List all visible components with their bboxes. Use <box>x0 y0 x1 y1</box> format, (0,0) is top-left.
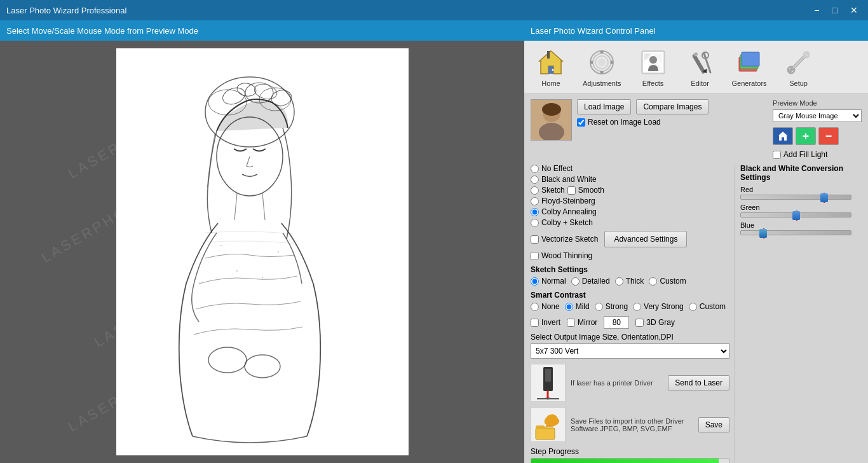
svg-rect-54 <box>545 369 551 382</box>
load-image-button[interactable]: Load Image <box>577 99 631 114</box>
progress-bar-fill <box>531 459 719 463</box>
contrast-none-radio[interactable] <box>531 303 539 311</box>
vectorize-label: Vectorize Sketch <box>541 235 598 244</box>
preview-area: LASERPHOTOSWIZARD.COM LASERPHOTOSWIZARD.… <box>0 41 524 463</box>
contrast-very-strong-radio[interactable] <box>633 303 641 311</box>
sketch-thick: Thick <box>615 277 644 286</box>
smooth-checkbox[interactable] <box>567 186 576 195</box>
bw-radio[interactable] <box>531 176 539 184</box>
avatar <box>531 99 572 141</box>
toolbar-home[interactable]: Home <box>531 45 571 90</box>
left-controls: No Effect Black and White Sketch Smooth <box>531 164 735 463</box>
toolbar-effects[interactable]: Effects <box>633 45 674 90</box>
output-section: Select Output Image Size, Orientation,DP… <box>531 333 729 359</box>
output-dropdown[interactable]: 5x7 300 Vert 4x6 300 Horiz 8x10 300 Vert… <box>531 343 729 359</box>
svg-marker-52 <box>778 132 787 141</box>
remove-button[interactable]: − <box>818 127 839 145</box>
contrast-custom-radio[interactable] <box>689 303 697 311</box>
left-panel-header: Select Move/Scale Mouse Mode from Previe… <box>0 20 524 41</box>
colby-sketch-radio[interactable] <box>531 219 539 227</box>
home-small-button[interactable] <box>773 127 793 145</box>
svg-rect-57 <box>536 428 555 439</box>
reset-on-load-checkbox[interactable] <box>577 118 585 127</box>
svg-rect-43 <box>742 52 759 66</box>
red-slider-thumb[interactable] <box>820 193 828 202</box>
compare-images-button[interactable]: Compare Images <box>636 99 709 114</box>
minimize-button[interactable]: − <box>810 4 823 17</box>
sketch-detailed-radio[interactable] <box>571 277 580 286</box>
effects-section: No Effect Black and White Sketch Smooth <box>531 164 729 227</box>
blue-slider-group: Blue <box>740 221 862 235</box>
sketch-thick-radio[interactable] <box>615 277 623 286</box>
invert-checkbox[interactable] <box>531 319 539 327</box>
sketch-normal-radio[interactable] <box>531 277 539 286</box>
effect-bw: Black and White <box>531 175 604 184</box>
blue-slider-track[interactable] <box>740 230 851 235</box>
save-desc: Save Files to import into other Driver S… <box>571 417 693 432</box>
save-section: Save Files to import into other Driver S… <box>531 407 729 442</box>
output-label: Select Output Image Size, Orientation,DP… <box>531 333 729 342</box>
wood-thinning-checkbox[interactable] <box>531 252 539 260</box>
svg-point-13 <box>278 251 279 252</box>
3d-gray-checkbox[interactable] <box>635 319 644 327</box>
save-icon <box>531 407 566 442</box>
sketch-custom-radio[interactable] <box>649 277 657 286</box>
green-slider-thumb[interactable] <box>792 211 800 220</box>
sketch-settings-title: Sketch Settings <box>531 265 729 274</box>
blue-label: Blue <box>740 221 862 229</box>
generators-label: Generators <box>732 79 767 87</box>
floyd-radio[interactable] <box>531 197 539 205</box>
sketch-detailed: Detailed <box>571 277 610 286</box>
toolbar-adjustments[interactable]: Adjustments <box>578 45 627 90</box>
load-compare-row: Load Image Compare Images <box>577 99 768 114</box>
reset-checkbox-row: Reset on Image Load <box>577 118 768 127</box>
close-button[interactable]: ✕ <box>846 4 862 17</box>
vectorize-checkbox[interactable] <box>531 235 539 244</box>
preview-mode-section: Preview Mode Gray Mouse Image Color Imag… <box>773 99 862 159</box>
gray-value-input[interactable]: 80 <box>604 316 629 329</box>
sketch-radio[interactable] <box>531 186 539 195</box>
editor-icon <box>685 47 715 78</box>
preview-image <box>116 48 409 455</box>
maximize-button[interactable]: □ <box>829 4 841 17</box>
svg-point-23 <box>598 59 606 66</box>
contrast-none-label: None <box>541 302 560 311</box>
contrast-strong: Strong <box>595 302 628 311</box>
control-panel-header: Laser Photo Wizard Control Panel <box>524 20 868 41</box>
toolbar-setup[interactable]: Setup <box>778 45 819 90</box>
send-to-laser-button[interactable]: Send to Laser <box>668 375 729 390</box>
green-slider-track[interactable] <box>740 212 851 218</box>
mirror-label: Mirror <box>578 318 597 327</box>
effect-sketch: Sketch Smooth <box>531 186 604 195</box>
colby-annealing-radio[interactable] <box>531 208 539 216</box>
vectorize-row: Vectorize Sketch <box>531 235 598 244</box>
save-button[interactable]: Save <box>698 417 729 432</box>
toolbar-editor[interactable]: Editor <box>680 45 721 90</box>
adjustments-icon <box>587 47 617 78</box>
no-effect-radio[interactable] <box>531 165 539 173</box>
preview-mode-dropdown[interactable]: Gray Mouse Image Color Image Black and W… <box>773 109 862 122</box>
contrast-custom: Custom <box>689 302 726 311</box>
contrast-strong-radio[interactable] <box>595 303 603 311</box>
sketch-normal-label: Normal <box>541 277 566 286</box>
progress-section: Step Progress <box>531 447 729 463</box>
wood-thinning-label: Wood Thinning <box>541 251 592 260</box>
add-button[interactable]: + <box>796 127 816 145</box>
contrast-none: None <box>531 302 560 311</box>
main-layout: Select Move/Scale Mouse Mode from Previe… <box>0 20 868 463</box>
contrast-mild-radio[interactable] <box>565 303 573 311</box>
red-slider-track[interactable] <box>740 195 851 200</box>
mirror-checkbox[interactable] <box>567 319 575 327</box>
bw-title: Black and White Conversion Settings <box>740 164 862 182</box>
toolbar-generators[interactable]: Generators <box>727 45 772 90</box>
toolbar: Home <box>524 41 868 94</box>
advanced-settings-button[interactable]: Advanced Settings <box>604 231 687 247</box>
mirror-item: Mirror <box>567 318 597 327</box>
laser-section: If laser has a printer Driver Send to La… <box>531 364 729 402</box>
window-controls: − □ ✕ <box>810 4 862 17</box>
progress-label: Step Progress <box>531 447 729 456</box>
contrast-mild: Mild <box>565 302 590 311</box>
blue-slider-thumb[interactable] <box>759 229 767 238</box>
add-fill-light-checkbox[interactable] <box>773 151 781 159</box>
no-effect-label: No Effect <box>541 164 573 173</box>
